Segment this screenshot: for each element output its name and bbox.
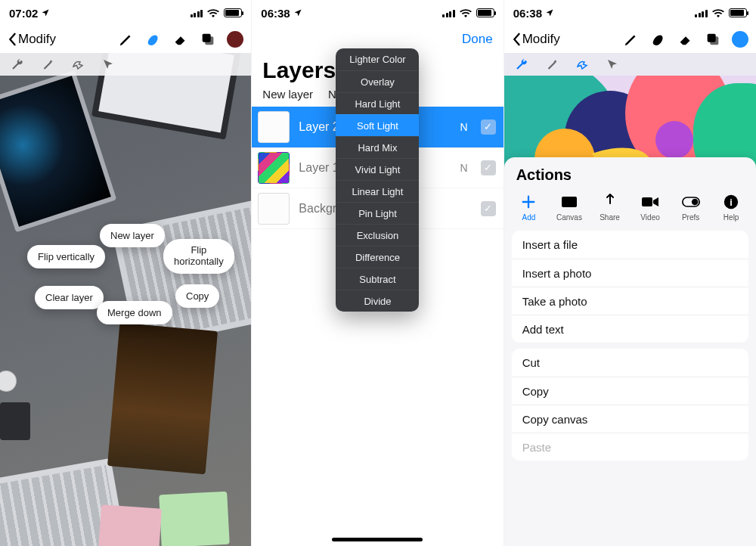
photo-sticky-pink: [98, 504, 162, 546]
blend-mode-option[interactable]: Pin Light: [336, 202, 419, 224]
battery-icon: [224, 8, 242, 17]
actions-tab-prefs[interactable]: Prefs: [672, 193, 710, 222]
prefs-icon: [682, 193, 700, 211]
wand-icon[interactable]: [545, 57, 559, 71]
layers-icon[interactable]: [200, 31, 216, 48]
statusbar: 06:38: [252, 0, 503, 26]
signal-icon: [191, 9, 203, 17]
wrench-icon[interactable]: [515, 57, 528, 71]
blend-mode-option[interactable]: Subtract: [336, 268, 419, 290]
back-button[interactable]: Modify: [512, 32, 560, 47]
svg-text:i: i: [730, 197, 733, 208]
phone-middle: 06:38 Done Layers New layer New group La…: [252, 0, 503, 546]
photo-charger: [0, 402, 30, 440]
radial-merge-down[interactable]: Merge down: [97, 301, 172, 324]
layers-icon[interactable]: [705, 31, 721, 48]
actions-tab-help[interactable]: iHelp: [712, 193, 750, 222]
radial-flip-horizontally[interactable]: Fliphorizontally: [163, 239, 234, 274]
radial-new-layer[interactable]: New layer: [100, 224, 165, 247]
sheet-title: Actions: [504, 157, 756, 188]
blend-mode-option[interactable]: Exclusion: [336, 224, 419, 246]
color-swatch[interactable]: [227, 31, 243, 48]
eraser-icon[interactable]: [172, 31, 189, 48]
home-indicator[interactable]: [332, 538, 423, 541]
help-icon: i: [722, 193, 740, 211]
actions-tab-add[interactable]: Add: [510, 193, 547, 222]
chevron-left-icon: [512, 33, 521, 46]
navbar: Modify: [504, 26, 756, 53]
blend-mode-option[interactable]: Lighter Color: [336, 48, 419, 70]
add-icon: [519, 193, 538, 211]
wand-icon[interactable]: [41, 57, 54, 71]
action-row[interactable]: Insert a photo: [512, 259, 748, 287]
selection-icon[interactable]: [71, 57, 85, 71]
blend-mode-option[interactable]: Vivid Light: [336, 158, 419, 180]
smudge-icon[interactable]: [145, 31, 162, 48]
video-icon: [641, 193, 659, 211]
share-icon: [601, 193, 619, 211]
radial-flip-vertically[interactable]: Flip vertically: [27, 245, 105, 268]
layer-blend-letter[interactable]: N: [457, 162, 472, 174]
navbar: Modify: [0, 26, 251, 53]
eraser-icon[interactable]: [677, 31, 694, 48]
statusbar: 07:02: [0, 0, 251, 26]
svg-rect-3: [710, 36, 718, 45]
blend-mode-option[interactable]: Overlay: [336, 70, 419, 92]
action-row[interactable]: Take a photo: [512, 287, 748, 315]
action-row[interactable]: Copy: [512, 377, 748, 405]
action-row[interactable]: Add text: [512, 315, 748, 343]
cursor-icon[interactable]: [606, 57, 619, 71]
wrench-icon[interactable]: [11, 57, 24, 71]
layer-visibility-checkbox[interactable]: ✓: [481, 201, 496, 216]
layer-thumbnail: [258, 193, 290, 225]
done-button[interactable]: Done: [462, 32, 493, 47]
svg-rect-4: [562, 197, 577, 207]
blend-mode-option[interactable]: Hard Mix: [336, 136, 419, 158]
radial-clear-layer[interactable]: Clear layer: [35, 286, 104, 309]
blend-mode-option[interactable]: Linear Light: [336, 180, 419, 202]
pencil-icon[interactable]: [623, 31, 640, 48]
actions-sheet: Actions AddCanvasShareVideoPrefsiHelp In…: [504, 157, 756, 546]
smudge-icon[interactable]: [650, 31, 667, 48]
action-row[interactable]: Copy canvas: [512, 405, 748, 433]
svg-rect-5: [642, 197, 652, 206]
blend-mode-option[interactable]: Divide: [336, 290, 419, 312]
actions-group-add: Insert a fileInsert a photoTake a photoA…: [512, 231, 748, 343]
touch-indicator: [0, 371, 17, 392]
art-blob: [655, 121, 693, 159]
action-row[interactable]: Insert a file: [512, 231, 748, 259]
radial-copy[interactable]: Copy: [175, 284, 219, 308]
statusbar: 06:38: [504, 0, 756, 26]
layer-thumbnail: [258, 152, 290, 184]
action-row[interactable]: Cut: [512, 349, 748, 377]
phone-left: 07:02 Modify: [0, 0, 252, 546]
wifi-icon: [207, 7, 219, 20]
blend-mode-option[interactable]: Soft Light: [336, 114, 419, 136]
nav-title: Modify: [522, 32, 560, 47]
pencil-icon[interactable]: [118, 31, 135, 48]
layer-blend-letter[interactable]: N: [457, 121, 472, 133]
clock: 06:38: [513, 7, 542, 20]
layer-visibility-checkbox[interactable]: ✓: [481, 119, 496, 135]
battery-icon: [476, 8, 494, 17]
actions-tab-canvas[interactable]: Canvas: [550, 193, 588, 222]
phone-right: 06:38 Modify: [504, 0, 756, 546]
location-icon: [41, 7, 50, 20]
back-button[interactable]: Modify: [8, 32, 56, 47]
blend-mode-option[interactable]: Difference: [336, 246, 419, 268]
blend-mode-option[interactable]: Hard Light: [336, 92, 419, 114]
color-swatch[interactable]: [732, 31, 748, 48]
actions-tab-video[interactable]: Video: [631, 193, 669, 222]
actions-tab-share[interactable]: Share: [591, 193, 629, 222]
wifi-icon: [460, 7, 472, 20]
cursor-icon[interactable]: [101, 57, 115, 71]
clock: 07:02: [9, 7, 38, 20]
tab-label: Video: [640, 213, 659, 222]
photo-sticky-green: [160, 492, 231, 546]
selection-icon[interactable]: [575, 57, 589, 71]
layer-visibility-checkbox[interactable]: ✓: [481, 160, 496, 175]
tab-label: Help: [723, 213, 739, 222]
new-layer-button[interactable]: New layer: [262, 88, 313, 101]
modify-toolbar: [0, 53, 251, 76]
battery-icon: [729, 8, 747, 17]
